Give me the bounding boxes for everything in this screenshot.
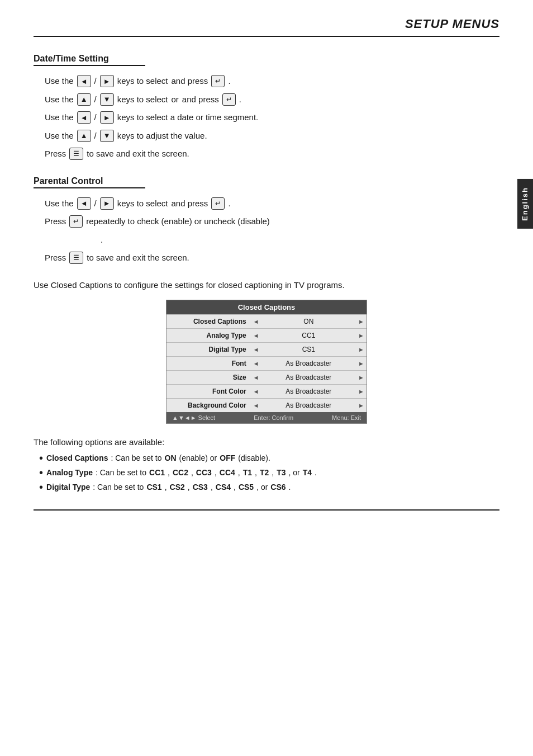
instruction-line-4: Use the ▲ / ▼ keys to adjust the value.	[45, 130, 499, 143]
options-section: The following options are available: • C…	[34, 437, 499, 493]
key-up-1: ▲	[77, 93, 91, 106]
menu-label-font: Font	[166, 357, 251, 370]
opt-cs5: CS5	[239, 483, 254, 492]
key-left-pc: ◄	[77, 197, 91, 210]
c1: ,	[168, 468, 170, 477]
menu-row-size: Size ◄ As Broadcaster ►	[166, 370, 367, 384]
instruction-pc-line-2b: .	[45, 234, 499, 247]
key-left-1: ◄	[77, 75, 91, 87]
text-use-the-3: Use the	[45, 111, 74, 124]
cc-menu-title: Closed Captions	[166, 300, 367, 314]
option-label-analog: Analog Type	[46, 468, 93, 477]
key-right-1: ►	[100, 75, 114, 87]
key-down-2: ▼	[100, 130, 114, 142]
opt-cs4: CS4	[216, 483, 231, 492]
menu-label-bgcolor: Background Color	[166, 399, 251, 412]
opt-t2: T2	[260, 468, 269, 477]
option-enable: (enable) or	[179, 453, 217, 462]
arrow-right-fontcolor[interactable]: ►	[356, 388, 367, 395]
key-down-1: ▼	[100, 93, 114, 106]
c8: .	[315, 468, 317, 477]
options-list: • Closed Captions : Can be set to ON (en…	[34, 453, 499, 493]
menu-label-size: Size	[166, 371, 251, 384]
text-use-the-pc-1: Use the	[45, 197, 74, 210]
page-title: SETUP MENUS	[405, 17, 499, 31]
key-right-pc: ►	[100, 197, 114, 210]
menu-value-bgcolor: As Broadcaster	[261, 399, 356, 412]
enter-icon-pc-2: ↵	[69, 215, 83, 228]
text-and-press-pc: and press	[172, 197, 208, 210]
menu-label-cc: Closed Captions	[166, 315, 251, 328]
opt-t1: T1	[243, 468, 252, 477]
arrow-right-font[interactable]: ►	[356, 360, 367, 367]
arrow-left-font[interactable]: ◄	[251, 360, 261, 367]
arrow-left-size[interactable]: ◄	[251, 374, 261, 381]
menu-row-digital: Digital Type ◄ CS1 ►	[166, 342, 367, 356]
arrow-right-digital[interactable]: ►	[356, 346, 367, 353]
menu-row-fontcolor: Font Color ◄ As Broadcaster ►	[166, 384, 367, 398]
text-and-press-1: and press	[172, 75, 208, 88]
cc-menu: Closed Captions Closed Captions ◄ ON ► A…	[166, 300, 367, 424]
menu-value-digital: CS1	[261, 343, 356, 356]
menu-value-size: As Broadcaster	[261, 371, 356, 384]
text-and-press-2: and press	[182, 93, 219, 106]
arrow-left-bgcolor[interactable]: ◄	[251, 402, 261, 409]
menu-value-cc: ON	[261, 315, 356, 328]
option-val-on: ON	[165, 453, 177, 462]
arrow-right-analog[interactable]: ►	[356, 332, 367, 339]
instruction-line-2: Use the ▲ / ▼ keys to select or and pres…	[45, 93, 499, 106]
text-press-pc-1: Press	[45, 215, 66, 228]
opt-cc2: CC2	[173, 468, 188, 477]
footer-select: ▲▼◄► Select	[172, 414, 215, 421]
bottom-divider	[34, 509, 499, 511]
bullet-2: •	[39, 467, 43, 478]
arrow-right-size[interactable]: ►	[356, 374, 367, 381]
text-or-1: or	[172, 93, 179, 106]
opt-cs2: CS2	[170, 483, 185, 492]
d2: ,	[188, 483, 190, 492]
option-item-cc: • Closed Captions : Can be set to ON (en…	[39, 453, 499, 464]
opt-cc4: CC4	[220, 468, 235, 477]
menu-icon-1: ☰	[69, 148, 83, 160]
menu-value-analog: CC1	[261, 329, 356, 342]
arrow-left-cc[interactable]: ◄	[251, 318, 261, 325]
arrow-right-bgcolor[interactable]: ►	[356, 402, 367, 409]
menu-row-font: Font ◄ As Broadcaster ►	[166, 356, 367, 370]
text-use-the-4: Use the	[45, 130, 74, 143]
c4: ,	[238, 468, 240, 477]
menu-value-font: As Broadcaster	[261, 357, 356, 370]
footer-exit: Menu: Exit	[332, 414, 361, 421]
arrow-right-cc[interactable]: ►	[356, 318, 367, 325]
arrow-left-fontcolor[interactable]: ◄	[251, 388, 261, 395]
text-slash-2: /	[94, 93, 97, 106]
d1: ,	[165, 483, 167, 492]
key-right-2: ►	[100, 111, 114, 124]
menu-label-analog: Analog Type	[166, 329, 251, 342]
instruction-pc-line-1: Use the ◄ / ► keys to select and press ↵…	[45, 197, 499, 210]
arrow-left-digital[interactable]: ◄	[251, 346, 261, 353]
instruction-line-1: Use the ◄ / ► keys to select and press ↵…	[45, 75, 499, 88]
option-label-cc: Closed Captions	[46, 453, 108, 462]
text-save-pc: to save and exit the screen.	[87, 252, 189, 264]
language-tab: English	[517, 179, 533, 229]
text-press-1: Press	[45, 148, 66, 160]
opt-cs3: CS3	[193, 483, 208, 492]
arrow-left-analog[interactable]: ◄	[251, 332, 261, 339]
text-press-pc-2: Press	[45, 252, 66, 264]
option-val-off: OFF	[220, 453, 235, 462]
cc-section: Use Closed Captions to configure the set…	[34, 280, 499, 493]
options-intro-text: The following options are available:	[34, 437, 499, 447]
d5: , or	[256, 483, 268, 492]
option-content-digital: Digital Type : Can be set to CS1, CS2, C…	[46, 483, 291, 492]
opt-t4: T4	[303, 468, 312, 477]
menu-icon-2: ☰	[69, 252, 83, 264]
cc-menu-wrapper: Closed Captions Closed Captions ◄ ON ► A…	[34, 300, 499, 424]
menu-row-cc: Closed Captions ◄ ON ►	[166, 314, 367, 328]
text-period-2: .	[239, 93, 241, 106]
option-item-digital: • Digital Type : Can be set to CS1, CS2,…	[39, 483, 499, 493]
text-keys-select-1: keys to select	[117, 75, 168, 88]
instruction-line-3: Use the ◄ / ► keys to select a date or t…	[45, 111, 499, 124]
section-parental-heading: Parental Control	[34, 176, 145, 188]
opt-t3: T3	[277, 468, 285, 477]
c2: ,	[191, 468, 193, 477]
